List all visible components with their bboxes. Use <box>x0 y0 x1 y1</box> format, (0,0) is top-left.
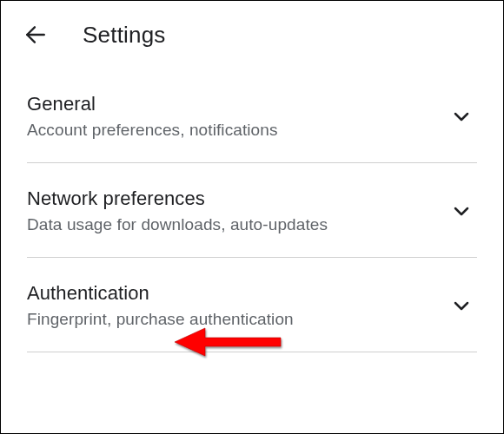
settings-item-network[interactable]: Network preferences Data usage for downl… <box>27 163 477 258</box>
page-title: Settings <box>83 22 166 49</box>
item-text: Network preferences Data usage for downl… <box>27 187 328 234</box>
back-arrow-icon <box>24 23 47 46</box>
item-subtitle: Data usage for downloads, auto-updates <box>27 215 328 234</box>
item-text: Authentication Fingerprint, purchase aut… <box>27 282 294 329</box>
item-title: General <box>27 93 278 115</box>
chevron-down-icon <box>451 106 477 127</box>
chevron-down-icon <box>451 295 477 316</box>
chevron-down-icon <box>451 201 477 221</box>
item-subtitle: Account preferences, notifications <box>27 121 278 140</box>
item-title: Authentication <box>27 282 294 305</box>
item-subtitle: Fingerprint, purchase authentication <box>27 310 294 329</box>
back-button[interactable] <box>22 21 50 49</box>
settings-item-authentication[interactable]: Authentication Fingerprint, purchase aut… <box>27 258 477 352</box>
item-text: General Account preferences, notificatio… <box>27 93 278 140</box>
settings-item-general[interactable]: General Account preferences, notificatio… <box>27 84 477 163</box>
settings-list: General Account preferences, notificatio… <box>1 84 503 352</box>
header: Settings <box>1 1 503 53</box>
item-title: Network preferences <box>27 187 328 210</box>
